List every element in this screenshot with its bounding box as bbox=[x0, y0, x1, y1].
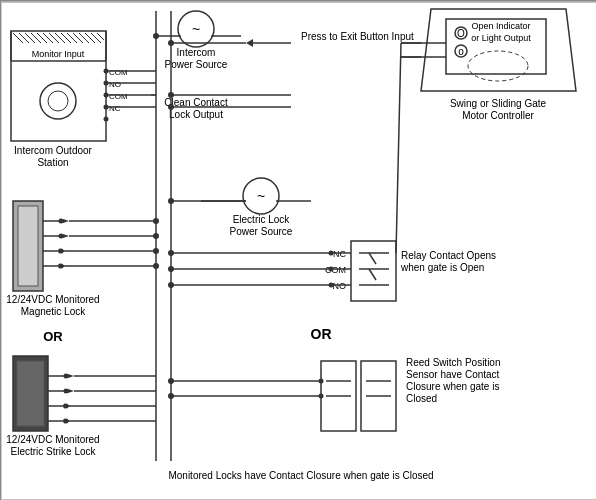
svg-text:Motor Controller: Motor Controller bbox=[462, 110, 534, 121]
svg-point-52 bbox=[153, 33, 159, 39]
svg-text:~: ~ bbox=[257, 188, 265, 204]
svg-text:O: O bbox=[457, 28, 465, 39]
svg-point-162 bbox=[168, 393, 174, 399]
svg-text:Intercom Outdoor: Intercom Outdoor bbox=[14, 145, 92, 156]
svg-text:12/24VDC Monitored: 12/24VDC Monitored bbox=[6, 294, 99, 305]
svg-point-88 bbox=[153, 233, 159, 239]
svg-point-87 bbox=[153, 218, 159, 224]
svg-text:Open Indicator: Open Indicator bbox=[471, 21, 530, 31]
svg-point-74 bbox=[59, 234, 64, 239]
svg-text:12/24VDC Monitored: 12/24VDC Monitored bbox=[6, 434, 99, 445]
svg-text:Relay Contact Opens: Relay Contact Opens bbox=[401, 250, 496, 261]
svg-text:Monitor Input: Monitor Input bbox=[32, 49, 85, 59]
svg-text:Sensor have Contact: Sensor have Contact bbox=[406, 369, 500, 380]
svg-rect-127 bbox=[351, 241, 396, 301]
svg-text:NC: NC bbox=[333, 249, 346, 259]
svg-point-59 bbox=[168, 92, 174, 98]
svg-text:Monitored Locks have Contact C: Monitored Locks have Contact Closure whe… bbox=[168, 470, 433, 481]
svg-text:Closed: Closed bbox=[406, 393, 437, 404]
svg-point-27 bbox=[104, 117, 109, 122]
wiring-diagram: Monitor Input COM NO COM NC Intercom Out… bbox=[0, 0, 596, 500]
svg-text:COM: COM bbox=[325, 265, 346, 275]
svg-text:NO: NO bbox=[109, 80, 121, 89]
svg-text:NC: NC bbox=[109, 104, 121, 113]
svg-point-99 bbox=[64, 389, 69, 394]
svg-point-89 bbox=[153, 248, 159, 254]
svg-text:Electric Lock: Electric Lock bbox=[233, 214, 291, 225]
svg-text:COM: COM bbox=[109, 92, 128, 101]
svg-text:NO: NO bbox=[333, 281, 347, 291]
svg-point-90 bbox=[153, 263, 159, 269]
svg-text:Intercom: Intercom bbox=[177, 47, 216, 58]
svg-text:COM: COM bbox=[109, 68, 128, 77]
svg-text:Station: Station bbox=[37, 157, 68, 168]
svg-point-148 bbox=[168, 266, 174, 272]
svg-text:Reed Switch Position: Reed Switch Position bbox=[406, 357, 501, 368]
svg-text:Swing or Sliding Gate: Swing or Sliding Gate bbox=[450, 98, 547, 109]
svg-point-161 bbox=[168, 378, 174, 384]
svg-text:Closure when gate is: Closure when gate is bbox=[406, 381, 499, 392]
svg-rect-95 bbox=[17, 361, 44, 426]
svg-text:OR: OR bbox=[311, 326, 332, 342]
svg-text:Lock Output: Lock Output bbox=[169, 109, 223, 120]
svg-point-149 bbox=[168, 282, 174, 288]
svg-point-97 bbox=[64, 374, 69, 379]
svg-rect-70 bbox=[18, 206, 38, 286]
svg-text:Power Source: Power Source bbox=[165, 59, 228, 70]
svg-text:Electric Strike Lock: Electric Strike Lock bbox=[10, 446, 96, 457]
svg-text:o: o bbox=[458, 46, 464, 57]
svg-point-60 bbox=[168, 104, 174, 110]
svg-point-22 bbox=[48, 91, 68, 111]
svg-text:Press to Exit Button Input: Press to Exit Button Input bbox=[301, 31, 414, 42]
svg-point-147 bbox=[168, 250, 174, 256]
svg-point-68 bbox=[168, 198, 174, 204]
svg-text:Magnetic Lock: Magnetic Lock bbox=[21, 306, 86, 317]
svg-text:or Light Output: or Light Output bbox=[471, 33, 531, 43]
svg-text:~: ~ bbox=[192, 21, 200, 37]
svg-point-55 bbox=[168, 40, 174, 46]
svg-text:Power Source: Power Source bbox=[230, 226, 293, 237]
svg-text:OR: OR bbox=[43, 329, 63, 344]
svg-point-72 bbox=[59, 219, 64, 224]
svg-text:when gate is Open: when gate is Open bbox=[400, 262, 484, 273]
